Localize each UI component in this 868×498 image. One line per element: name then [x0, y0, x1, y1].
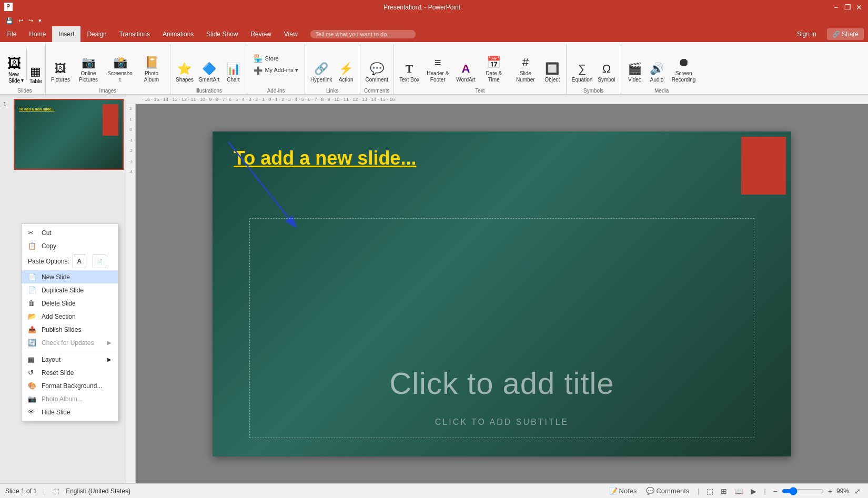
zoom-in-btn[interactable]: +	[826, 486, 834, 496]
smartart-btn[interactable]: 🔷 SmartArt	[197, 44, 221, 84]
slide-subtitle-placeholder[interactable]: CLICK TO ADD SUBTITLE	[250, 418, 754, 427]
ribbon-group-slides: 🖼 NewSlide ▾ ▦ Table Slides	[4, 44, 46, 94]
slide-annotation-title: To add a new slide...	[234, 147, 416, 169]
window-title: Presentation1 - PowerPoint	[13, 4, 831, 11]
action-btn[interactable]: ⚡ Action	[336, 44, 357, 84]
ribbon: 🖼 NewSlide ▾ ▦ Table Slides 🖼 Pictures 📷	[0, 42, 868, 95]
ctx-photo-album-item: 📷 Photo Album...	[22, 392, 118, 405]
ribbon-group-comments: 💬 Comment Comments	[360, 44, 394, 94]
ctx-layout-item[interactable]: ▦ Layout ▶	[22, 353, 118, 366]
slide-sorter-btn[interactable]: ⊞	[719, 486, 729, 496]
horizontal-ruler: · 16 · 15 · 14 · 13 · 12 · 11 · 10 · 9 ·…	[126, 95, 868, 104]
reading-view-btn[interactable]: 📖	[732, 486, 745, 496]
minimize-btn[interactable]: −	[831, 3, 841, 12]
slide-title-placeholder[interactable]: Click to add title	[250, 365, 754, 401]
ctx-paste-item: Paste Options: A 📄	[22, 252, 118, 270]
delete-icon: 🗑	[28, 299, 38, 307]
menu-review[interactable]: Review	[244, 26, 277, 42]
new-slide-btn[interactable]: 🖼 NewSlide ▾	[7, 44, 24, 84]
add-section-icon: 📂	[28, 312, 38, 320]
menu-insert[interactable]: Insert	[52, 26, 80, 42]
check-updates-icon: 🔄	[28, 339, 38, 347]
ctx-format-bg-item[interactable]: 🎨 Format Background...	[22, 379, 118, 392]
language-status: English (United States)	[66, 487, 130, 495]
menu-transitions[interactable]: Transitions	[113, 26, 156, 42]
object-btn[interactable]: 🔲 Object	[542, 44, 563, 84]
slide-content-placeholder[interactable]: Click to add title CLICK TO ADD SUBTITLE	[249, 218, 754, 438]
slide-thumbnail[interactable]: To add a new slide...	[14, 99, 124, 170]
paste-option-1[interactable]: A	[73, 255, 86, 268]
ctx-publish-item[interactable]: 📤 Publish Slides	[22, 323, 118, 336]
menu-slideshow[interactable]: Slide Show	[200, 26, 244, 42]
comments-label: Comments	[656, 487, 689, 495]
customize-quick-btn[interactable]: ▾	[37, 17, 43, 25]
menu-animations[interactable]: Animations	[156, 26, 200, 42]
symbol-btn[interactable]: Ω Symbol	[596, 44, 617, 84]
textbox-btn[interactable]: T Text Box	[397, 44, 421, 84]
date-time-btn[interactable]: 📅 Date & Time	[479, 44, 509, 84]
menu-home[interactable]: Home	[23, 26, 52, 42]
ctx-delete-item[interactable]: 🗑 Delete Slide	[22, 297, 118, 310]
screen-recording-btn[interactable]: ⏺ Screen Recording	[669, 44, 699, 84]
comments-btn[interactable]: 💬 Comments	[643, 486, 692, 496]
ctx-new-slide-item[interactable]: 📄 New Slide	[22, 270, 118, 283]
slide-area: To add a new slide... Click to a	[136, 104, 868, 483]
pictures-btn[interactable]: 🖼 Pictures	[49, 44, 72, 84]
sign-in-link[interactable]: Sign in	[791, 26, 823, 42]
photo-album-btn[interactable]: 📔 Photo Album	[136, 44, 167, 84]
vertical-ruler: 2 1 0 -1 -2 -3 -4	[126, 104, 136, 483]
video-btn[interactable]: 🎬 Video	[624, 44, 645, 84]
copy-icon: 📋	[28, 242, 38, 250]
audio-btn[interactable]: 🔊 Audio	[647, 44, 668, 84]
my-addins-btn[interactable]: ➕ My Add-ins ▾	[250, 65, 301, 76]
shapes-btn[interactable]: ⭐ Shapes	[174, 44, 196, 84]
equation-btn[interactable]: ∑ Equation	[570, 44, 594, 84]
slideshow-btn[interactable]: ▶	[749, 486, 759, 496]
menu-bar: File Home Insert Design Transitions Anim…	[0, 26, 868, 42]
title-bar: 🅿 Presentation1 - PowerPoint − ❐ ✕	[0, 0, 868, 15]
wordart-btn[interactable]: A WordArt	[454, 44, 478, 84]
share-button[interactable]: 🔗 Share	[827, 28, 864, 40]
ctx-reset-item[interactable]: ↺ Reset Slide	[22, 366, 118, 379]
undo-quick-btn[interactable]: ↩	[17, 17, 25, 25]
photo-album-ctx-icon: 📷	[28, 395, 38, 403]
zoom-slider[interactable]	[782, 487, 824, 495]
duplicate-icon: 📄	[28, 286, 38, 294]
content-area: · 16 · 15 · 14 · 13 · 12 · 11 · 10 · 9 ·…	[126, 95, 868, 483]
ctx-add-section-item[interactable]: 📂 Add Section	[22, 310, 118, 323]
fit-slide-btn[interactable]: ⤢	[852, 486, 863, 496]
store-btn[interactable]: 🏪 Store	[250, 53, 301, 64]
context-menu: ✂ Cut 📋 Copy Paste Options: A 📄 📄 New Sl…	[21, 223, 118, 421]
slide-number-btn[interactable]: # Slide Number	[510, 44, 541, 84]
search-bar	[304, 26, 791, 42]
screenshot-btn[interactable]: 📸 Screenshot	[105, 44, 135, 84]
header-footer-btn[interactable]: ≡ Header & Footer	[422, 44, 453, 84]
paste-option-2[interactable]: 📄	[93, 255, 106, 268]
comment-btn[interactable]: 💬 Comment	[364, 44, 390, 84]
chart-btn[interactable]: 📊 Chart	[223, 44, 244, 84]
slide-info: Slide 1 of 1	[5, 487, 37, 495]
slide-canvas[interactable]: To add a new slide... Click to a	[213, 131, 791, 456]
redo-quick-btn[interactable]: ↪	[27, 17, 35, 25]
ctx-hide-item[interactable]: 👁 Hide Slide	[22, 405, 118, 419]
notes-btn[interactable]: 📝 Notes	[606, 486, 640, 496]
save-quick-btn[interactable]: 💾	[4, 17, 15, 25]
table-btn[interactable]: ▦ Table	[29, 44, 42, 84]
zoom-out-btn[interactable]: −	[771, 486, 780, 496]
hyperlink-btn[interactable]: 🔗 Hyperlink	[308, 44, 335, 84]
restore-btn[interactable]: ❐	[843, 3, 852, 12]
accessibility-btn[interactable]: ⬚	[51, 486, 62, 496]
ctx-copy-item[interactable]: 📋 Copy	[22, 239, 118, 252]
menu-file[interactable]: File	[0, 26, 23, 42]
ctx-check-updates-label: Check for Updates	[42, 339, 94, 347]
normal-view-btn[interactable]: ⬚	[704, 486, 715, 496]
close-btn[interactable]: ✕	[854, 3, 864, 12]
menu-view[interactable]: View	[278, 26, 304, 42]
ctx-cut-item[interactable]: ✂ Cut	[22, 226, 118, 239]
menu-design[interactable]: Design	[80, 26, 113, 42]
ctx-duplicate-item[interactable]: 📄 Duplicate Slide	[22, 283, 118, 297]
online-pictures-btn[interactable]: 📷 Online Pictures	[73, 44, 104, 84]
search-input[interactable]	[310, 30, 416, 38]
ctx-format-bg-label: Format Background...	[42, 382, 102, 390]
notes-icon: 📝	[609, 487, 618, 495]
